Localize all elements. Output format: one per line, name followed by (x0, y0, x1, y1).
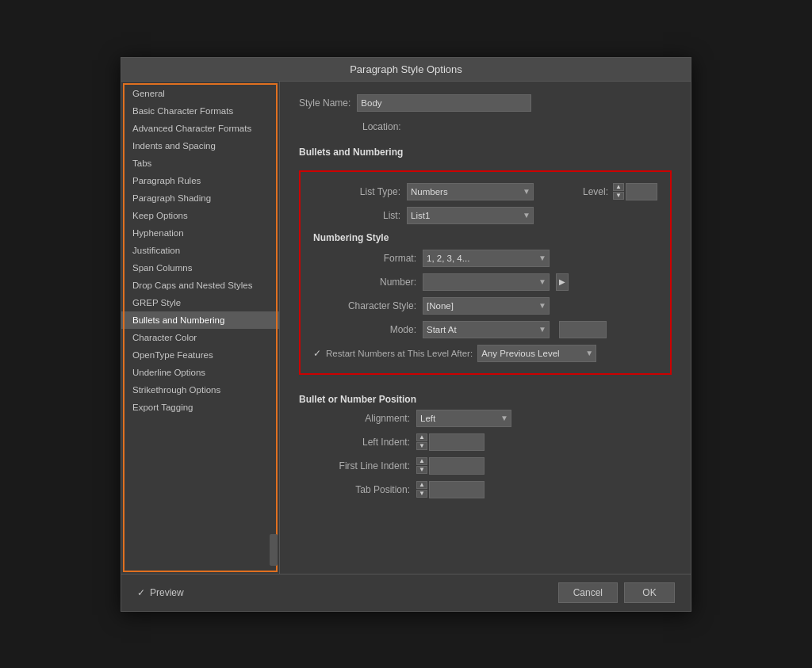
sidebar-scrollbar-thumb[interactable] (270, 534, 278, 566)
restart-select[interactable]: Any Previous Level Previous Level Only (477, 345, 596, 362)
preview-label: Preview (150, 587, 184, 598)
restart-select-wrapper: Any Previous Level Previous Level Only ▼ (477, 345, 596, 362)
sidebar-item[interactable]: Basic Character Formats (121, 102, 279, 120)
sidebar-item[interactable]: Tabs (121, 155, 279, 172)
restart-checkmark: ✓ (313, 348, 321, 359)
tab-position-input[interactable]: 3p0 (429, 481, 485, 498)
level-spinner: ▲ ▼ 1 (613, 183, 657, 200)
tab-position-spinner: ▲ ▼ 3p0 (416, 481, 485, 498)
mode-row: Mode: Start At Continue from Previous Nu… (313, 321, 657, 338)
number-label: Number: (313, 277, 416, 288)
sidebar-item[interactable]: Export Tagging (121, 399, 279, 416)
format-select[interactable]: 1, 2, 3, 4... a, b, c... A, B, C... i, i… (423, 250, 550, 267)
sidebar-item[interactable]: OpenType Features (121, 346, 279, 364)
format-label: Format: (313, 253, 416, 264)
bullets-numbering-header: Bullets and Numbering (299, 147, 672, 158)
style-name-row: Style Name: (299, 94, 672, 112)
mode-select-wrapper: Start At Continue from Previous Number ▼ (423, 321, 550, 338)
level-spinner-btns: ▲ ▼ (613, 183, 624, 200)
sidebar-item[interactable]: Advanced Character Formats (121, 120, 279, 137)
numbering-style-header: Numbering Style (313, 232, 657, 243)
sidebar-item[interactable]: Justification (121, 242, 279, 259)
mode-select[interactable]: Start At Continue from Previous Number (423, 321, 550, 338)
tab-position-row: Tab Position: ▲ ▼ 3p0 (299, 481, 672, 498)
left-indent-row: Left Indent: ▲ ▼ 0p0 (299, 433, 672, 451)
sidebar-items: GeneralBasic Character FormatsAdvanced C… (121, 85, 279, 416)
left-indent-input[interactable]: 0p0 (429, 433, 485, 451)
first-line-indent-down-btn[interactable]: ▼ (416, 466, 427, 474)
list-type-select-wrapper: Numbers Bullets None ▼ (407, 183, 534, 200)
sidebar-item[interactable]: Indents and Spacing (121, 137, 279, 155)
alignment-select-wrapper: Left Center Right ▼ (416, 410, 511, 427)
list-type-row: List Type: Numbers Bullets None ▼ Level: (313, 183, 657, 200)
alignment-label: Alignment: (299, 413, 410, 424)
sidebar-item[interactable]: Hyphenation (121, 224, 279, 242)
left-indent-spinner: ▲ ▼ 0p0 (416, 433, 485, 451)
first-line-indent-row: First Line Indent: ▲ ▼ 0p0 (299, 457, 672, 475)
number-select-wrapper: ▼ (423, 273, 550, 291)
left-indent-label: Left Indent: (299, 437, 410, 448)
preview-row: ✓ Preview (137, 587, 184, 598)
first-line-indent-label: First Line Indent: (299, 460, 410, 471)
format-row: Format: 1, 2, 3, 4... a, b, c... A, B, C… (313, 250, 657, 267)
sidebar-item[interactable]: Character Color (121, 329, 279, 346)
sidebar-item[interactable]: Paragraph Rules (121, 172, 279, 189)
position-section: Bullet or Number Position Alignment: Lef… (299, 394, 672, 505)
ok-button[interactable]: OK (624, 582, 675, 603)
main-content: Style Name: Location: Bullets and Number… (280, 82, 691, 574)
sidebar-item[interactable]: Underline Options (121, 364, 279, 381)
character-style-select-wrapper: [None] ▼ (423, 297, 550, 315)
bullets-numbering-content: List Type: Numbers Bullets None ▼ Level: (299, 170, 672, 375)
position-section-header: Bullet or Number Position (299, 394, 672, 405)
left-indent-down-btn[interactable]: ▼ (416, 442, 427, 450)
cancel-button[interactable]: Cancel (558, 582, 618, 603)
preview-checkmark: ✓ (137, 587, 145, 598)
location-row: Location: (362, 121, 672, 132)
sidebar-item[interactable]: General (121, 85, 279, 102)
character-style-select[interactable]: [None] (423, 297, 550, 315)
character-style-label: Character Style: (313, 300, 416, 311)
number-row: Number: ▼ ▶ (313, 273, 657, 291)
level-up-btn[interactable]: ▲ (613, 183, 624, 191)
number-expand-btn[interactable]: ▶ (556, 273, 569, 291)
tab-position-up-btn[interactable]: ▲ (416, 481, 427, 489)
footer-buttons: Cancel OK (558, 582, 675, 603)
restart-label: Restart Numbers at This Level After: (326, 349, 473, 358)
sidebar-item[interactable]: Strikethrough Options (121, 381, 279, 399)
alignment-select[interactable]: Left Center Right (416, 410, 511, 427)
tab-position-down-btn[interactable]: ▼ (416, 490, 427, 498)
first-line-indent-spinner: ▲ ▼ 0p0 (416, 457, 485, 475)
style-name-input[interactable] (357, 94, 531, 112)
sidebar-item[interactable]: Drop Caps and Nested Styles (121, 277, 279, 294)
alignment-row: Alignment: Left Center Right ▼ (299, 410, 672, 427)
sidebar-item[interactable]: Bullets and Numbering (121, 311, 279, 329)
character-style-row: Character Style: [None] ▼ (313, 297, 657, 315)
list-type-select[interactable]: Numbers Bullets None (407, 183, 534, 200)
list-label: List: (313, 210, 400, 221)
sidebar-item[interactable]: Span Columns (121, 259, 279, 277)
list-select-wrapper: List1 List2 ▼ (407, 207, 534, 224)
dialog-title: Paragraph Style Options (350, 63, 462, 75)
sidebar-item[interactable]: Keep Options (121, 207, 279, 224)
mode-start-at-input[interactable]: 1 (559, 321, 607, 338)
mode-label: Mode: (313, 324, 416, 335)
first-line-indent-input[interactable]: 0p0 (429, 457, 485, 475)
style-name-label: Style Name: (299, 97, 350, 109)
sidebar: GeneralBasic Character FormatsAdvanced C… (121, 82, 280, 574)
level-down-btn[interactable]: ▼ (613, 192, 624, 200)
list-select[interactable]: List1 List2 (407, 207, 534, 224)
level-label: Level: (583, 186, 608, 197)
list-type-label: List Type: (313, 186, 400, 197)
first-line-indent-up-btn[interactable]: ▲ (416, 457, 427, 465)
dialog-body: GeneralBasic Character FormatsAdvanced C… (121, 82, 691, 574)
format-select-wrapper: 1, 2, 3, 4... a, b, c... A, B, C... i, i… (423, 250, 550, 267)
sidebar-item[interactable]: Paragraph Shading (121, 189, 279, 207)
restart-row: ✓ Restart Numbers at This Level After: A… (313, 345, 657, 362)
dialog-titlebar: Paragraph Style Options (121, 58, 691, 82)
level-row: Level: ▲ ▼ 1 (583, 183, 657, 200)
sidebar-item[interactable]: GREP Style (121, 294, 279, 311)
level-input[interactable]: 1 (626, 183, 657, 200)
location-label: Location: (362, 121, 401, 132)
number-select[interactable] (423, 273, 550, 291)
left-indent-up-btn[interactable]: ▲ (416, 433, 427, 441)
